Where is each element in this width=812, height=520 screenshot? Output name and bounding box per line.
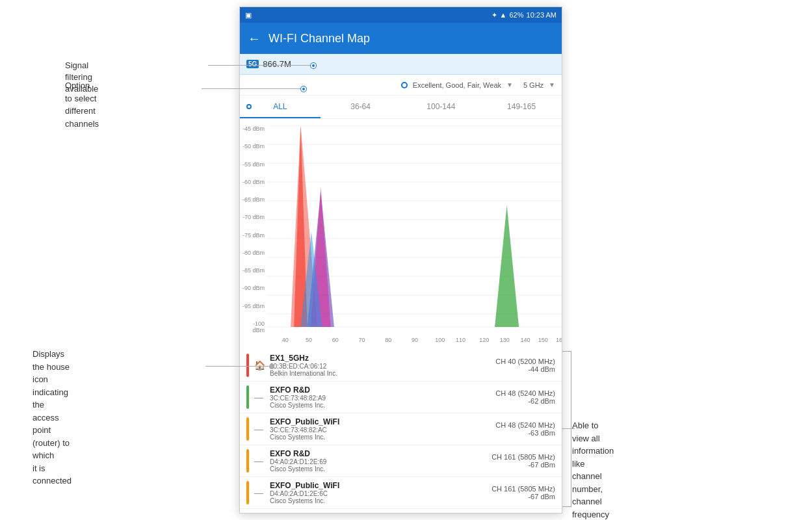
annotation-line-signal (208, 65, 312, 66)
network-name-3: EXFO R&D (270, 449, 491, 458)
x-label-90: 90 (412, 337, 418, 343)
network-mac-1: 3C:CE:73:48:82:A9 (270, 395, 495, 402)
network-name-5: EXFO_Public_WiFI (270, 513, 495, 514)
clock: 10:23 AM (527, 11, 557, 19)
sub-header: 5G 866.7M (240, 54, 562, 75)
network-mac-4: D4:A0:2A:D1:2E:6C (270, 490, 491, 497)
status-bar-left: ▣ (245, 11, 252, 20)
network-item-0[interactable]: 🏠 EX1_5GHz 60:3B:ED:CA:06:12 Belkin Inte… (240, 350, 562, 382)
x-label-40: 40 (282, 337, 289, 343)
network-info-1: EXFO R&D 3C:CE:73:48:82:A9 Cisco Systems… (270, 385, 495, 409)
x-label-70: 70 (358, 337, 365, 343)
x-label-80: 80 (385, 337, 391, 343)
annotation-dot-house (269, 364, 274, 369)
network-color-bar-3 (246, 449, 249, 473)
x-label-110: 110 (456, 337, 465, 343)
filter-frequency-label[interactable]: 5 GHz (523, 81, 544, 89)
filter-quality-label[interactable]: Excellent, Good, Fair, Weak (413, 81, 501, 89)
chart-svg (267, 125, 562, 333)
bluetooth-icon: ✦ (491, 11, 497, 20)
channel-tabs: ALL 36-64 100-144 149-165 (240, 96, 562, 119)
annotation-line-channel (202, 88, 302, 89)
network-dbm-4: -67 dBm (491, 493, 555, 500)
network-name-0: EX1_5GHz (270, 354, 495, 363)
tab-100-144[interactable]: 100-144 (401, 96, 482, 118)
network-channel-4: CH 161 (5805 MHz) -67 dBm (491, 485, 555, 500)
y-label-8: -85 dBm (240, 267, 267, 274)
network-speed: 866.7M (263, 59, 291, 69)
network-item-5[interactable]: — EXFO_Public_WiFI A4:56:30:5D:80:1C Cis… (240, 509, 562, 514)
network-type-icon: 5G (246, 60, 259, 68)
network-item-3[interactable]: — EXFO R&D D4:A0:2A:D1:2E:69 Cisco Syste… (240, 445, 562, 477)
network-info-4: EXFO_Public_WiFI D4:A0:2A:D1:2E:6C Cisco… (270, 481, 491, 504)
battery-level: 62% (509, 11, 523, 19)
network-dbm-2: -63 dBm (495, 429, 555, 437)
status-bar-right: ✦ ▲ 62% 10:23 AM (491, 11, 557, 20)
network-item-2[interactable]: — EXFO_Public_WiFI 3C:CE:73:48:82:AC Cis… (240, 413, 562, 445)
network-color-bar-2 (246, 417, 249, 441)
network-channel-0: CH 40 (5200 MHz) -44 dBm (495, 358, 555, 373)
y-label-6: -75 dBm (240, 232, 267, 239)
network-mac-2: 3C:CE:73:48:82:AC (270, 426, 495, 434)
wifi-icon-4: — (254, 488, 266, 498)
tab-36-64[interactable]: 36-64 (321, 96, 401, 118)
tab-all[interactable]: ALL (240, 96, 321, 118)
annotation-dot-signal (311, 63, 316, 68)
network-vendor-0: Belkin International Inc. (270, 370, 495, 377)
network-info-5: EXFO_Public_WiFI A4:56:30:5D:80:1C Cisco… (270, 513, 495, 514)
x-label-160: 160 (556, 337, 562, 343)
y-label-1: -50 dBm (240, 143, 267, 150)
tab-all-label: ALL (273, 102, 287, 111)
app-bar: ← WI-FI Channel Map (240, 23, 562, 54)
y-label-3: -60 dBm (240, 179, 267, 185)
wifi-icon-1: — (254, 392, 266, 402)
y-label-10: -95 dBm (240, 303, 267, 309)
network-item-1[interactable]: — EXFO R&D 3C:CE:73:48:82:A9 Cisco Syste… (240, 382, 562, 413)
network-channel-2: CH 48 (5240 MHz) -63 dBm (495, 421, 555, 437)
y-label-9: -90 dBm (240, 285, 267, 291)
network-info-2: EXFO_Public_WiFI 3C:CE:73:48:82:AC Cisco… (270, 417, 495, 441)
status-bar: ▣ ✦ ▲ 62% 10:23 AM (240, 7, 562, 23)
y-label-5: -70 dBm (240, 214, 267, 220)
network-color-bar-5 (246, 513, 249, 514)
network-vendor-1: Cisco Systems Inc. (270, 402, 495, 409)
network-name-1: EXFO R&D (270, 385, 495, 395)
network-vendor-4: Cisco Systems Inc. (270, 497, 491, 504)
filter-quality-dot (401, 82, 408, 88)
chart-area: -45 dBm -50 dBm -55 dBm -60 dBm -65 dBm … (240, 119, 562, 350)
network-mac-3: D4:A0:2A:D1:2E:69 (270, 458, 491, 465)
annotation-bracket-right (562, 351, 571, 507)
network-color-bar-4 (246, 481, 249, 504)
network-ch-0: CH 40 (5200 MHz) (495, 358, 555, 365)
wifi-icon-2: — (254, 424, 266, 434)
y-label-2: -55 dBm (240, 161, 267, 168)
tab-149-165[interactable]: 149-165 (481, 96, 562, 118)
network-item-4[interactable]: — EXFO_Public_WiFI D4:A0:2A:D1:2E:6C Cis… (240, 477, 562, 509)
network-info-0: EX1_5GHz 60:3B:ED:CA:06:12 Belkin Intern… (270, 354, 495, 377)
tab-all-dot (246, 104, 252, 109)
wifi-icon-3: — (254, 456, 266, 466)
network-dbm-0: -44 dBm (495, 365, 555, 373)
x-label-100: 100 (435, 337, 445, 343)
back-button[interactable]: ← (248, 31, 261, 46)
status-icon: ▣ (245, 11, 252, 20)
annotation-dot-channel (301, 86, 306, 92)
y-label-0: -45 dBm (240, 125, 267, 132)
house-icon: 🏠 (254, 360, 266, 370)
annotation-channel-select-text: Option to selectdifferent channels (65, 79, 99, 130)
x-label-50: 50 (306, 337, 312, 343)
network-ch-1: CH 48 (5240 MHz) (495, 389, 555, 397)
x-label-140: 140 (521, 337, 530, 343)
annotation-line-house (205, 366, 270, 367)
chart-y-labels: -45 dBm -50 dBm -55 dBm -60 dBm -65 dBm … (240, 125, 267, 333)
network-channel-3: CH 161 (5805 MHz) -67 dBm (491, 453, 555, 469)
x-label-130: 130 (500, 337, 510, 343)
network-dbm-1: -62 dBm (495, 397, 555, 405)
network-info-3: EXFO R&D D4:A0:2A:D1:2E:69 Cisco Systems… (270, 449, 491, 473)
network-ch-3: CH 161 (5805 MHz) (491, 453, 555, 461)
network-ch-4: CH 161 (5805 MHz) (491, 485, 555, 493)
x-label-120: 120 (479, 337, 489, 343)
network-dbm-3: -67 dBm (491, 461, 555, 469)
filter-bar: Excellent, Good, Fair, Weak ▼ 5 GHz ▼ (240, 75, 562, 96)
tab-36-64-label: 36-64 (350, 102, 371, 111)
